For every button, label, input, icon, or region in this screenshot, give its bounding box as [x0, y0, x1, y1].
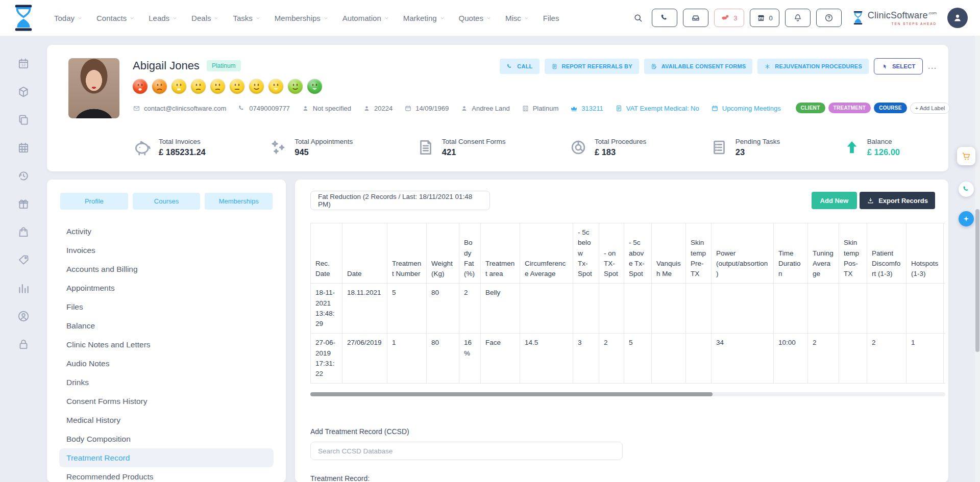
rejuvenation-procedures-button[interactable]: REJUVENATION PROCEDURES — [757, 59, 869, 74]
phone-call-button[interactable] — [652, 9, 677, 27]
call-fab[interactable] — [959, 182, 974, 197]
ccsd-search-input[interactable] — [310, 442, 623, 460]
treatment-table-wrap: Rec. DateDateTreatment NumberWeight (Kg)… — [310, 223, 945, 384]
contact-upcoming-meetings[interactable]: Upcoming Meetings — [711, 105, 781, 112]
col-tuning-average: Tuning Average — [808, 223, 839, 284]
store-button[interactable]: 0 — [750, 9, 779, 27]
sidebar-item-treatment-record[interactable]: Treatment Record — [59, 448, 274, 467]
rail-gift-icon[interactable] — [17, 197, 30, 211]
table-cell: 34 — [712, 334, 774, 384]
cart-fab[interactable] — [957, 147, 975, 165]
treatment-table: Rec. DateDateTreatment NumberWeight (Kg)… — [310, 223, 945, 384]
doc-icon — [615, 105, 623, 112]
nav-deals[interactable]: Deals — [191, 14, 219, 22]
help-button[interactable] — [816, 9, 842, 27]
tab-profile[interactable]: Profile — [60, 193, 128, 210]
nav-marketing[interactable]: Marketing — [403, 14, 445, 22]
mood-face-7-icon[interactable] — [249, 79, 264, 94]
nav-contacts[interactable]: Contacts — [96, 14, 135, 22]
record-type-select[interactable]: Fat Reduction (2 Records / Last: 18/11/2… — [310, 191, 490, 210]
chevron-down-icon — [255, 15, 261, 21]
tab-memberships[interactable]: Memberships — [205, 193, 273, 210]
call-button[interactable]: CALL — [500, 59, 539, 74]
sidebar-item-recommended-products[interactable]: Recommended Products — [59, 467, 274, 482]
nav-quotes[interactable]: Quotes — [459, 14, 492, 22]
rail-calendar-date-icon[interactable]: 12 — [17, 57, 30, 70]
table-cell: 1 — [387, 334, 427, 384]
user-avatar[interactable] — [947, 8, 968, 28]
ccsd-section-title: Add Treatment Record (CCSD) — [310, 427, 409, 436]
rail-cube-icon[interactable] — [17, 85, 30, 98]
contact-313211[interactable]: 313211 — [570, 105, 603, 112]
tab-courses[interactable]: Courses — [133, 193, 201, 210]
sidebar-item-medical-history[interactable]: Medical History — [59, 411, 274, 429]
sidebar-item-invoices[interactable]: Invoices — [59, 241, 274, 260]
sidebar-item-consent-forms-history[interactable]: Consent Forms History — [59, 392, 274, 411]
more-actions-button[interactable]: ... — [928, 62, 937, 70]
select-button[interactable]: SELECT — [874, 58, 923, 74]
sidebar-item-appointments[interactable]: Appointments — [59, 278, 274, 297]
mood-face-8-icon[interactable] — [268, 79, 283, 94]
mood-face-9-icon[interactable] — [288, 79, 303, 94]
available-consent-forms-button[interactable]: AVAILABLE CONSENT FORMS — [644, 59, 753, 74]
table-cell: 2 — [808, 334, 839, 384]
sidebar-item-balance[interactable]: Balance — [59, 316, 274, 335]
add-new-button[interactable]: Add New — [812, 192, 857, 209]
nav-files[interactable]: Files — [543, 14, 559, 22]
table-cell — [944, 284, 946, 334]
rail-bar-chart-icon[interactable] — [17, 282, 30, 295]
stat-total-procedures: Total Procedures£ 183 — [569, 138, 646, 157]
search-icon[interactable] — [633, 13, 643, 23]
mood-face-3-icon[interactable] — [172, 79, 186, 94]
col-patient-discomfort-1-3: Patient Discomfort (1-3) — [867, 223, 906, 284]
app-logo[interactable] — [0, 4, 47, 32]
nav-memberships[interactable]: Memberships — [275, 14, 329, 22]
question-icon — [824, 13, 834, 22]
export-records-button[interactable]: Export Records — [860, 192, 935, 209]
mood-face-1-icon[interactable] — [133, 79, 148, 94]
rail-calendar-grid-icon[interactable] — [17, 141, 30, 155]
sidebar-item-clinic-notes-and-letters[interactable]: Clinic Notes and Letters — [59, 335, 274, 354]
assistant-fab[interactable] — [959, 211, 974, 226]
add-label-button[interactable]: + Add Label — [910, 103, 950, 114]
sidebar-item-activity[interactable]: Activity — [59, 222, 274, 241]
col-time-duration: Time Duration — [774, 223, 808, 284]
mood-face-6-icon[interactable] — [230, 79, 244, 94]
mood-face-2-icon[interactable] — [152, 79, 167, 94]
inbox-icon — [691, 13, 700, 22]
chevron-down-icon — [486, 15, 492, 21]
sidebar-item-audio-notes[interactable]: Audio Notes — [59, 354, 274, 373]
sidebar-item-drinks[interactable]: Drinks — [59, 373, 274, 392]
rail-user-badge-icon[interactable] — [17, 310, 30, 323]
nav-tasks[interactable]: Tasks — [233, 14, 260, 22]
nav-misc[interactable]: Misc — [505, 14, 529, 22]
nav-automation[interactable]: Automation — [342, 14, 389, 22]
chat-button[interactable]: 3 — [714, 9, 744, 27]
mood-face-5-icon[interactable] — [210, 79, 225, 94]
rail-copy-icon[interactable] — [17, 113, 30, 126]
sidebar-item-files[interactable]: Files — [59, 297, 274, 316]
page-scrollbar-thumb[interactable] — [975, 209, 979, 352]
table-scrollbar-thumb[interactable] — [310, 392, 713, 396]
chevron-down-icon — [213, 15, 219, 21]
rail-shopping-bag-icon[interactable] — [17, 225, 30, 239]
contact-contact-clinicsoftware-com[interactable]: contact@clinicsoftware.com — [133, 105, 226, 112]
notifications-button[interactable] — [785, 9, 811, 27]
table-row[interactable]: 18-11-2021 13:48:2918.11.20215802Belly — [311, 284, 946, 334]
contact-07490009777[interactable]: 07490009777 — [238, 105, 290, 112]
mood-face-4-icon[interactable] — [191, 79, 206, 94]
contact-vat-exempt-medical-no[interactable]: VAT Exempt Medical: No — [615, 105, 699, 112]
form-icon — [416, 138, 435, 157]
sidebar-item-accounts-and-billing[interactable]: Accounts and Billing — [59, 260, 274, 278]
nav-today[interactable]: Today — [54, 14, 83, 22]
report-referrals-by-button[interactable]: REPORT REFERRALS BY — [545, 59, 639, 74]
col-blank — [944, 223, 946, 284]
nav-leads[interactable]: Leads — [149, 14, 178, 22]
sidebar-item-body-composition[interactable]: Body Composition — [59, 429, 274, 448]
mood-face-10-icon[interactable] — [307, 79, 322, 94]
rail-history-icon[interactable] — [17, 169, 30, 183]
rail-price-tag-icon[interactable] — [17, 253, 30, 267]
table-row[interactable]: 27-06-2019 17:31:2227/06/201918016%Face1… — [311, 334, 946, 384]
inbox-button[interactable] — [683, 9, 708, 27]
rail-lock-icon[interactable] — [17, 338, 30, 351]
